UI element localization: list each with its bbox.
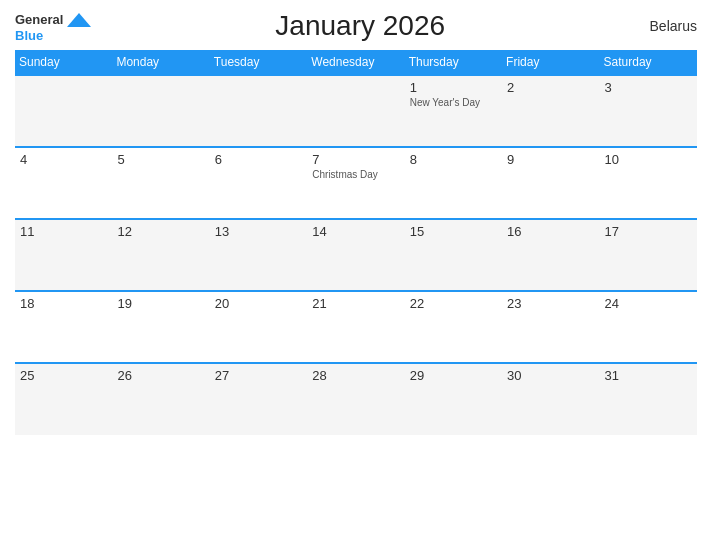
day-number: 31 <box>605 368 692 383</box>
table-row: 30 <box>502 363 599 435</box>
table-row: 11 <box>15 219 112 291</box>
holiday-label: New Year's Day <box>410 97 497 109</box>
day-number: 6 <box>215 152 302 167</box>
calendar-table: Sunday Monday Tuesday Wednesday Thursday… <box>15 50 697 435</box>
day-number: 1 <box>410 80 497 95</box>
col-sunday: Sunday <box>15 50 112 75</box>
table-row: 25 <box>15 363 112 435</box>
table-row: 10 <box>600 147 697 219</box>
calendar-header: General Blue January 2026 Belarus <box>15 10 697 42</box>
day-number: 25 <box>20 368 107 383</box>
day-number: 26 <box>117 368 204 383</box>
day-number: 14 <box>312 224 399 239</box>
calendar-header-row: Sunday Monday Tuesday Wednesday Thursday… <box>15 50 697 75</box>
table-row: 6 <box>210 147 307 219</box>
day-number: 19 <box>117 296 204 311</box>
day-number: 20 <box>215 296 302 311</box>
day-number: 15 <box>410 224 497 239</box>
table-row: 12 <box>112 219 209 291</box>
table-row: 28 <box>307 363 404 435</box>
day-number: 8 <box>410 152 497 167</box>
table-row: 22 <box>405 291 502 363</box>
table-row: 5 <box>112 147 209 219</box>
table-row: 2 <box>502 75 599 147</box>
table-row <box>112 75 209 147</box>
table-row <box>210 75 307 147</box>
table-row: 23 <box>502 291 599 363</box>
table-row: 7Christmas Day <box>307 147 404 219</box>
day-number: 9 <box>507 152 594 167</box>
table-row: 4 <box>15 147 112 219</box>
calendar-week-row: 18192021222324 <box>15 291 697 363</box>
col-thursday: Thursday <box>405 50 502 75</box>
day-number: 7 <box>312 152 399 167</box>
table-row: 3 <box>600 75 697 147</box>
table-row: 19 <box>112 291 209 363</box>
day-number: 23 <box>507 296 594 311</box>
logo-general-text: General <box>15 13 63 26</box>
day-number: 10 <box>605 152 692 167</box>
col-tuesday: Tuesday <box>210 50 307 75</box>
country-label: Belarus <box>627 18 697 34</box>
calendar-week-row: 4567Christmas Day8910 <box>15 147 697 219</box>
table-row <box>15 75 112 147</box>
logo: General Blue <box>15 11 93 42</box>
day-number: 24 <box>605 296 692 311</box>
calendar-week-row: 11121314151617 <box>15 219 697 291</box>
day-number: 2 <box>507 80 594 95</box>
day-number: 27 <box>215 368 302 383</box>
day-number: 30 <box>507 368 594 383</box>
holiday-label: Christmas Day <box>312 169 399 181</box>
table-row: 17 <box>600 219 697 291</box>
table-row: 31 <box>600 363 697 435</box>
table-row: 29 <box>405 363 502 435</box>
logo-blue-text: Blue <box>15 29 93 42</box>
calendar-title: January 2026 <box>93 10 627 42</box>
table-row: 14 <box>307 219 404 291</box>
calendar-week-row: 1New Year's Day23 <box>15 75 697 147</box>
table-row: 15 <box>405 219 502 291</box>
table-row: 16 <box>502 219 599 291</box>
table-row: 13 <box>210 219 307 291</box>
table-row: 18 <box>15 291 112 363</box>
day-number: 16 <box>507 224 594 239</box>
svg-marker-0 <box>67 13 91 27</box>
table-row: 27 <box>210 363 307 435</box>
col-friday: Friday <box>502 50 599 75</box>
table-row: 21 <box>307 291 404 363</box>
day-number: 21 <box>312 296 399 311</box>
table-row: 26 <box>112 363 209 435</box>
col-wednesday: Wednesday <box>307 50 404 75</box>
day-number: 17 <box>605 224 692 239</box>
day-number: 13 <box>215 224 302 239</box>
day-number: 11 <box>20 224 107 239</box>
table-row: 20 <box>210 291 307 363</box>
table-row: 24 <box>600 291 697 363</box>
day-number: 28 <box>312 368 399 383</box>
calendar-week-row: 25262728293031 <box>15 363 697 435</box>
table-row <box>307 75 404 147</box>
logo-icon <box>65 11 93 29</box>
table-row: 9 <box>502 147 599 219</box>
day-number: 4 <box>20 152 107 167</box>
day-number: 3 <box>605 80 692 95</box>
day-number: 12 <box>117 224 204 239</box>
day-number: 29 <box>410 368 497 383</box>
day-number: 22 <box>410 296 497 311</box>
page-container: General Blue January 2026 Belarus Sunday… <box>0 0 712 550</box>
day-number: 5 <box>117 152 204 167</box>
col-monday: Monday <box>112 50 209 75</box>
day-number: 18 <box>20 296 107 311</box>
table-row: 8 <box>405 147 502 219</box>
col-saturday: Saturday <box>600 50 697 75</box>
table-row: 1New Year's Day <box>405 75 502 147</box>
